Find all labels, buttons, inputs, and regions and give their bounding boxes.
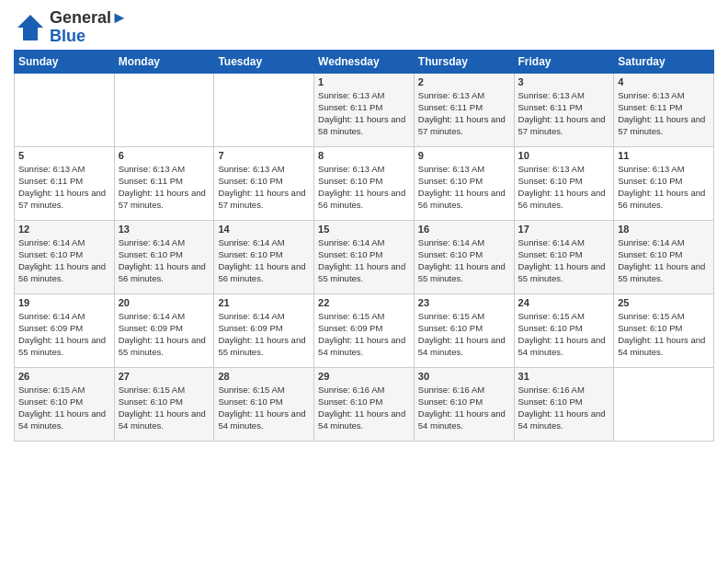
day-cell: 13Sunrise: 6:14 AMSunset: 6:10 PMDayligh… <box>114 220 214 293</box>
day-number: 22 <box>318 297 410 308</box>
day-cell: 26Sunrise: 6:15 AMSunset: 6:10 PMDayligh… <box>15 367 115 441</box>
day-cell: 28Sunrise: 6:15 AMSunset: 6:10 PMDayligh… <box>214 367 314 441</box>
day-number: 5 <box>18 150 110 161</box>
day-cell: 16Sunrise: 6:14 AMSunset: 6:10 PMDayligh… <box>414 220 514 293</box>
col-header-wednesday: Wednesday <box>314 50 415 73</box>
day-cell: 31Sunrise: 6:16 AMSunset: 6:10 PMDayligh… <box>514 367 614 441</box>
day-cell: 29Sunrise: 6:16 AMSunset: 6:10 PMDayligh… <box>314 367 415 441</box>
day-info: Sunrise: 6:13 AMSunset: 6:11 PMDaylight:… <box>418 89 510 138</box>
week-row-4: 19Sunrise: 6:14 AMSunset: 6:09 PMDayligh… <box>15 293 714 367</box>
day-number: 10 <box>518 150 610 161</box>
day-cell: 21Sunrise: 6:14 AMSunset: 6:09 PMDayligh… <box>214 293 314 367</box>
day-info: Sunrise: 6:13 AMSunset: 6:10 PMDaylight:… <box>518 163 610 212</box>
col-header-tuesday: Tuesday <box>214 50 314 73</box>
day-number: 20 <box>119 297 210 308</box>
day-cell: 30Sunrise: 6:16 AMSunset: 6:10 PMDayligh… <box>414 367 514 441</box>
day-cell: 5Sunrise: 6:13 AMSunset: 6:11 PMDaylight… <box>15 146 115 220</box>
day-info: Sunrise: 6:15 AMSunset: 6:10 PMDaylight:… <box>218 384 310 432</box>
day-cell: 11Sunrise: 6:13 AMSunset: 6:10 PMDayligh… <box>614 146 714 220</box>
day-info: Sunrise: 6:14 AMSunset: 6:09 PMDaylight:… <box>119 310 210 359</box>
day-number: 8 <box>318 150 410 161</box>
day-cell: 27Sunrise: 6:15 AMSunset: 6:10 PMDayligh… <box>114 367 214 441</box>
day-info: Sunrise: 6:14 AMSunset: 6:10 PMDaylight:… <box>618 236 710 285</box>
day-info: Sunrise: 6:13 AMSunset: 6:10 PMDaylight:… <box>318 163 410 212</box>
day-info: Sunrise: 6:15 AMSunset: 6:10 PMDaylight:… <box>518 310 610 359</box>
day-info: Sunrise: 6:14 AMSunset: 6:10 PMDaylight:… <box>318 236 410 285</box>
day-cell: 14Sunrise: 6:14 AMSunset: 6:10 PMDayligh… <box>214 220 314 293</box>
day-cell: 24Sunrise: 6:15 AMSunset: 6:10 PMDayligh… <box>514 293 614 367</box>
logo: General► Blue <box>14 9 128 46</box>
day-info: Sunrise: 6:14 AMSunset: 6:10 PMDaylight:… <box>518 236 610 285</box>
day-number: 14 <box>218 224 310 235</box>
day-number: 6 <box>119 150 210 161</box>
day-info: Sunrise: 6:13 AMSunset: 6:11 PMDaylight:… <box>518 89 610 138</box>
day-number: 3 <box>518 76 610 87</box>
day-info: Sunrise: 6:14 AMSunset: 6:10 PMDaylight:… <box>18 236 110 285</box>
day-cell: 1Sunrise: 6:13 AMSunset: 6:11 PMDaylight… <box>314 73 415 146</box>
day-cell: 7Sunrise: 6:13 AMSunset: 6:10 PMDaylight… <box>214 146 314 220</box>
day-info: Sunrise: 6:16 AMSunset: 6:10 PMDaylight:… <box>518 384 610 432</box>
day-info: Sunrise: 6:15 AMSunset: 6:10 PMDaylight:… <box>618 310 710 359</box>
day-info: Sunrise: 6:13 AMSunset: 6:11 PMDaylight:… <box>119 163 210 212</box>
day-number: 16 <box>418 224 510 235</box>
day-number: 21 <box>218 297 310 308</box>
day-number: 30 <box>418 371 510 382</box>
day-number: 13 <box>119 224 210 235</box>
day-cell <box>15 73 115 146</box>
week-row-3: 12Sunrise: 6:14 AMSunset: 6:10 PMDayligh… <box>15 220 714 293</box>
day-info: Sunrise: 6:13 AMSunset: 6:11 PMDaylight:… <box>18 163 110 212</box>
day-info: Sunrise: 6:14 AMSunset: 6:10 PMDaylight:… <box>418 236 510 285</box>
day-cell: 12Sunrise: 6:14 AMSunset: 6:10 PMDayligh… <box>15 220 115 293</box>
day-cell: 2Sunrise: 6:13 AMSunset: 6:11 PMDaylight… <box>414 73 514 146</box>
day-number: 4 <box>618 76 710 87</box>
header: General► Blue <box>14 9 714 46</box>
day-cell: 15Sunrise: 6:14 AMSunset: 6:10 PMDayligh… <box>314 220 415 293</box>
day-number: 12 <box>18 224 110 235</box>
day-cell: 22Sunrise: 6:15 AMSunset: 6:09 PMDayligh… <box>314 293 415 367</box>
week-row-1: 1Sunrise: 6:13 AMSunset: 6:11 PMDaylight… <box>15 73 714 146</box>
day-cell <box>614 367 714 441</box>
col-header-monday: Monday <box>114 50 214 73</box>
day-number: 15 <box>318 224 410 235</box>
day-info: Sunrise: 6:15 AMSunset: 6:10 PMDaylight:… <box>18 384 110 432</box>
day-number: 17 <box>518 224 610 235</box>
day-cell: 20Sunrise: 6:14 AMSunset: 6:09 PMDayligh… <box>114 293 214 367</box>
day-cell: 9Sunrise: 6:13 AMSunset: 6:10 PMDaylight… <box>414 146 514 220</box>
logo-blue: Blue <box>50 27 85 45</box>
day-cell: 4Sunrise: 6:13 AMSunset: 6:11 PMDaylight… <box>614 73 714 146</box>
day-number: 19 <box>18 297 110 308</box>
day-cell <box>214 73 314 146</box>
day-info: Sunrise: 6:16 AMSunset: 6:10 PMDaylight:… <box>418 384 510 432</box>
day-cell: 18Sunrise: 6:14 AMSunset: 6:10 PMDayligh… <box>614 220 714 293</box>
logo-general: General <box>50 8 111 27</box>
day-cell: 19Sunrise: 6:14 AMSunset: 6:09 PMDayligh… <box>15 293 115 367</box>
day-info: Sunrise: 6:16 AMSunset: 6:10 PMDaylight:… <box>318 384 410 432</box>
day-number: 28 <box>218 371 310 382</box>
logo-text: General► Blue <box>50 9 128 46</box>
day-cell: 25Sunrise: 6:15 AMSunset: 6:10 PMDayligh… <box>614 293 714 367</box>
calendar-table: SundayMondayTuesdayWednesdayThursdayFrid… <box>14 50 714 442</box>
day-number: 2 <box>418 76 510 87</box>
day-number: 31 <box>518 371 610 382</box>
day-cell: 10Sunrise: 6:13 AMSunset: 6:10 PMDayligh… <box>514 146 614 220</box>
col-header-friday: Friday <box>514 50 614 73</box>
day-number: 26 <box>18 371 110 382</box>
col-header-thursday: Thursday <box>414 50 514 73</box>
day-info: Sunrise: 6:15 AMSunset: 6:09 PMDaylight:… <box>318 310 410 359</box>
day-number: 11 <box>618 150 710 161</box>
day-info: Sunrise: 6:14 AMSunset: 6:09 PMDaylight:… <box>18 310 110 359</box>
day-number: 1 <box>318 76 410 87</box>
day-info: Sunrise: 6:14 AMSunset: 6:09 PMDaylight:… <box>218 310 310 359</box>
day-cell: 8Sunrise: 6:13 AMSunset: 6:10 PMDaylight… <box>314 146 415 220</box>
day-info: Sunrise: 6:14 AMSunset: 6:10 PMDaylight:… <box>218 236 310 285</box>
day-number: 9 <box>418 150 510 161</box>
day-number: 29 <box>318 371 410 382</box>
day-cell: 23Sunrise: 6:15 AMSunset: 6:10 PMDayligh… <box>414 293 514 367</box>
day-cell: 17Sunrise: 6:14 AMSunset: 6:10 PMDayligh… <box>514 220 614 293</box>
week-row-2: 5Sunrise: 6:13 AMSunset: 6:11 PMDaylight… <box>15 146 714 220</box>
day-info: Sunrise: 6:13 AMSunset: 6:10 PMDaylight:… <box>418 163 510 212</box>
day-info: Sunrise: 6:14 AMSunset: 6:10 PMDaylight:… <box>119 236 210 285</box>
day-number: 7 <box>218 150 310 161</box>
day-number: 27 <box>119 371 210 382</box>
day-cell <box>114 73 214 146</box>
